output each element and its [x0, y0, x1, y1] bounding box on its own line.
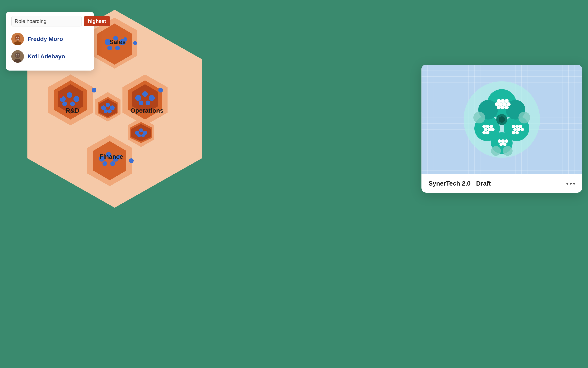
svg-point-92 [484, 128, 487, 131]
svg-text:Sales: Sales [109, 38, 126, 46]
svg-point-104 [515, 131, 519, 134]
svg-point-67 [18, 54, 19, 55]
synertech-image [422, 65, 582, 175]
svg-point-30 [158, 88, 163, 92]
search-input[interactable] [11, 16, 82, 27]
svg-point-93 [487, 128, 491, 131]
svg-point-89 [482, 125, 486, 128]
svg-point-26 [142, 91, 148, 97]
svg-point-62 [18, 37, 19, 38]
svg-point-95 [482, 131, 486, 134]
svg-point-94 [491, 128, 495, 131]
highest-badge: highest [84, 16, 110, 26]
svg-point-106 [501, 139, 505, 143]
svg-point-20 [92, 88, 96, 92]
svg-point-98 [515, 125, 519, 128]
svg-point-107 [505, 139, 508, 143]
menu-dot-2 [570, 183, 572, 184]
svg-text:Finance: Finance [100, 153, 123, 160]
synertech-card: SynerTech 2.0 - Draft [422, 65, 582, 193]
svg-text:R&D: R&D [66, 107, 79, 114]
svg-point-38 [108, 109, 112, 113]
svg-point-88 [505, 105, 509, 109]
bubble-viz [461, 78, 543, 161]
avatar-kofi [11, 50, 24, 63]
svg-point-15 [67, 92, 72, 98]
user-row-freddy[interactable]: Freddy Moro [11, 30, 89, 48]
menu-dot-1 [566, 183, 568, 184]
svg-point-76 [518, 112, 530, 123]
svg-point-111 [499, 116, 505, 123]
svg-point-6 [115, 46, 120, 50]
svg-point-75 [473, 112, 485, 123]
svg-point-78 [503, 146, 513, 156]
svg-point-18 [62, 101, 67, 106]
svg-point-90 [486, 125, 489, 128]
svg-point-101 [517, 128, 520, 131]
svg-point-100 [513, 128, 517, 131]
svg-point-16 [74, 96, 79, 102]
svg-point-105 [498, 139, 501, 143]
svg-point-25 [135, 95, 141, 101]
svg-point-99 [519, 125, 522, 128]
svg-point-35 [101, 105, 106, 110]
svg-point-36 [106, 103, 110, 107]
synertech-title: SynerTech 2.0 - Draft [429, 180, 491, 187]
svg-point-39 [104, 109, 108, 113]
avatar-freddy [11, 33, 24, 45]
svg-point-9 [133, 41, 137, 45]
svg-point-29 [139, 101, 143, 105]
svg-point-81 [505, 99, 509, 103]
svg-point-28 [146, 101, 150, 105]
svg-point-103 [512, 131, 515, 134]
svg-point-61 [16, 37, 17, 38]
svg-point-47 [137, 134, 141, 137]
menu-dot-3 [573, 183, 575, 184]
role-hoarding-popup: highest Freddy Moro [6, 12, 94, 71]
svg-point-27 [149, 95, 155, 101]
svg-point-97 [512, 125, 515, 128]
svg-text:Operations: Operations [130, 107, 164, 114]
svg-point-108 [499, 142, 503, 146]
svg-point-87 [501, 105, 505, 109]
svg-point-44 [139, 128, 143, 132]
svg-point-109 [503, 142, 506, 146]
synertech-menu-button[interactable] [566, 183, 575, 184]
svg-point-7 [107, 46, 112, 50]
svg-point-80 [501, 99, 505, 103]
svg-point-19 [59, 94, 63, 98]
svg-point-102 [520, 128, 524, 131]
user-name-kofi: Kofi Adebayo [28, 53, 65, 60]
svg-point-91 [489, 125, 493, 128]
svg-point-56 [129, 158, 134, 163]
user-name-freddy: Freddy Moro [28, 36, 63, 42]
svg-point-53 [110, 161, 115, 166]
svg-point-79 [497, 99, 501, 103]
user-row-kofi[interactable]: Kofi Adebayo [11, 48, 89, 65]
svg-point-46 [141, 134, 145, 137]
svg-point-86 [497, 105, 501, 109]
synertech-footer: SynerTech 2.0 - Draft [422, 175, 582, 193]
svg-point-17 [70, 101, 75, 106]
popup-search-row: highest [11, 16, 89, 27]
svg-point-66 [16, 54, 17, 55]
svg-point-54 [102, 161, 107, 166]
svg-point-96 [486, 131, 489, 134]
svg-point-37 [110, 105, 115, 110]
svg-point-77 [491, 146, 501, 156]
